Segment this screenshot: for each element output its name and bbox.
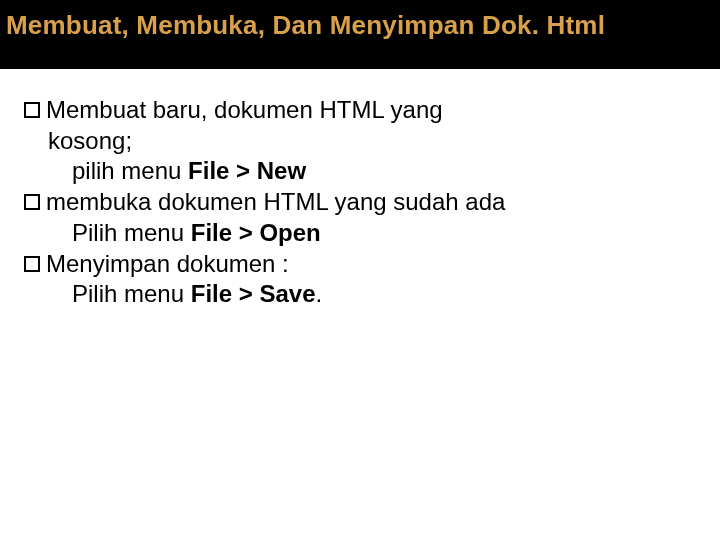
bullet-text: Membuat baru, dokumen HTML yang — [46, 96, 443, 123]
bullet-item: membuka dokumen HTML yang sudah ada — [24, 187, 700, 218]
bullet-text: membuka dokumen HTML yang sudah ada — [46, 188, 505, 215]
slide-body: Membuat baru, dokumen HTML yang kosong; … — [0, 69, 720, 310]
sub-line: Pilih menu File > Save. — [24, 279, 700, 310]
checkbox-icon — [24, 194, 40, 210]
sub-text: Pilih menu — [72, 219, 191, 246]
sub-text: pilih menu — [72, 157, 188, 184]
sub-line: Pilih menu File > Open — [24, 218, 700, 249]
menu-path: File > New — [188, 157, 306, 184]
slide-title: Membuat, Membuka, Dan Menyimpan Dok. Htm… — [0, 0, 720, 69]
checkbox-icon — [24, 102, 40, 118]
sub-text: Pilih menu — [72, 280, 191, 307]
sub-tail: . — [315, 280, 322, 307]
bullet-text-cont: kosong; — [24, 126, 700, 157]
sub-line: pilih menu File > New — [24, 156, 700, 187]
menu-path: File > Save — [191, 280, 316, 307]
checkbox-icon — [24, 256, 40, 272]
bullet-item: Menyimpan dokumen : — [24, 249, 700, 280]
bullet-item: Membuat baru, dokumen HTML yang — [24, 95, 700, 126]
menu-path: File > Open — [191, 219, 321, 246]
bullet-text: Menyimpan dokumen : — [46, 250, 289, 277]
